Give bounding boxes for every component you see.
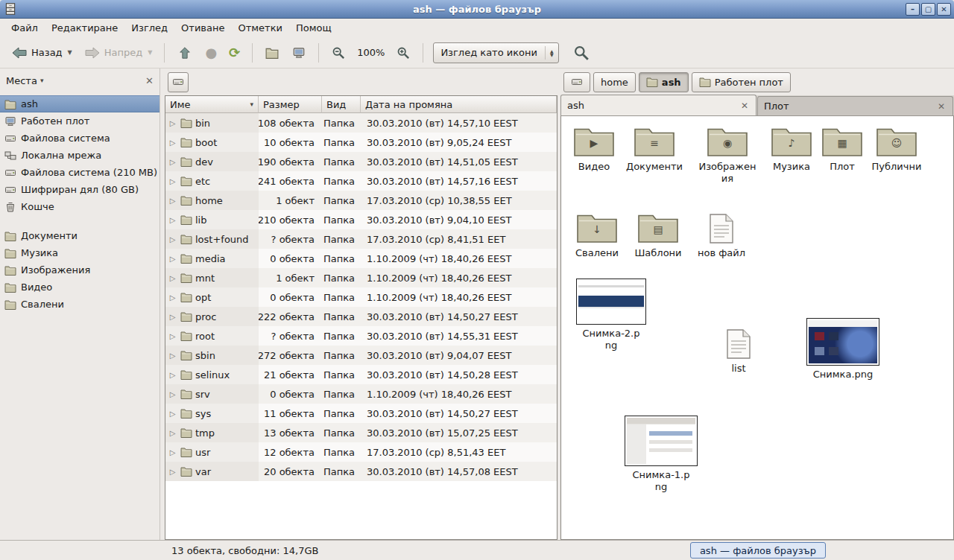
table-row[interactable]: ▷ usr 12 обекта Папка 17.03.2010 (ср) 8,… <box>165 442 557 462</box>
table-row[interactable]: ▷ proc 222 обекта Папка 30.03.2010 (вт) … <box>165 307 557 326</box>
table-row[interactable]: ▷ lib 210 обекта Папка 30.03.2010 (вт) 9… <box>165 210 557 229</box>
breadcrumb-button[interactable]: ash <box>639 72 689 92</box>
expander-icon[interactable]: ▷ <box>168 255 177 263</box>
sidebar-item[interactable]: Шифриран дял (80 GB) <box>0 181 159 198</box>
forward-button[interactable]: Напред ▼ <box>79 42 158 63</box>
sidebar-item[interactable]: Свалени <box>0 296 159 313</box>
table-row[interactable]: ▷ selinux 21 обекта Папка 30.03.2010 (вт… <box>165 365 557 384</box>
icon-view-item[interactable]: Снимка-1.png <box>624 416 698 493</box>
table-row[interactable]: ▷ root ? обекта Папка 30.03.2010 (вт) 14… <box>165 326 557 346</box>
sidebar-item[interactable]: Локална мрежа <box>0 147 159 164</box>
tab[interactable]: Плот ✕ <box>757 96 953 115</box>
expander-icon[interactable]: ▷ <box>168 429 177 437</box>
table-row[interactable]: ▷ boot 10 обекта Папка 30.03.2010 (вт) 9… <box>165 133 557 152</box>
zoom-out-button[interactable] <box>326 42 351 63</box>
expander-icon[interactable]: ▷ <box>168 293 177 302</box>
icon-view-item[interactable]: Снимка-2.png <box>574 279 648 351</box>
home-button[interactable] <box>259 42 285 63</box>
table-row[interactable]: ▷ media 0 обекта Папка 1.10.2009 (чт) 18… <box>165 249 557 268</box>
titlebar[interactable]: ash — файлов браузър – ▢ ✕ <box>0 0 954 19</box>
tab[interactable]: ash ✕ <box>560 95 756 115</box>
expander-icon[interactable]: ▷ <box>168 235 177 244</box>
table-row[interactable]: ▷ var 20 обекта Папка 30.03.2010 (вт) 14… <box>165 462 557 481</box>
minimize-button[interactable]: – <box>906 3 920 16</box>
icon-view[interactable]: ▶ Видео ≡ Документи <box>560 116 954 540</box>
expander-icon[interactable]: ▷ <box>168 448 177 456</box>
table-row[interactable]: ▷ srv 0 обекта Папка 1.10.2009 (чт) 18,4… <box>165 384 557 404</box>
menu-item[interactable]: Редактиране <box>45 20 124 36</box>
breadcrumb-button[interactable]: Работен плот <box>692 72 791 92</box>
sidebar-item[interactable]: Файлова система (210 MB) <box>0 164 159 181</box>
table-row[interactable]: ▷ home 1 обект Папка 17.03.2010 (ср) 10,… <box>165 191 557 210</box>
stop-button[interactable]: ● <box>200 42 222 63</box>
breadcrumb-button[interactable]: home <box>593 72 636 92</box>
icon-view-item[interactable]: нов файл <box>684 213 759 259</box>
expander-icon[interactable]: ▷ <box>168 371 177 379</box>
up-button[interactable] <box>171 42 198 63</box>
table-row[interactable]: ▷ etc 241 обекта Папка 30.03.2010 (вт) 1… <box>165 171 557 191</box>
expander-icon[interactable]: ▷ <box>168 177 177 185</box>
icon-view-item[interactable]: ☺ Публични <box>859 125 934 173</box>
menu-item[interactable]: Помощ <box>289 20 338 36</box>
sidebar-item[interactable]: Изображения <box>0 261 159 279</box>
icon-view-item[interactable]: ≡ Документи <box>617 125 692 173</box>
sidebar-item[interactable]: Кошче <box>0 198 159 215</box>
zoom-in-button[interactable] <box>391 42 416 63</box>
sidebar-close-icon[interactable]: ✕ <box>145 75 154 86</box>
expander-icon[interactable]: ▷ <box>168 390 177 398</box>
expander-icon[interactable]: ▷ <box>168 410 177 418</box>
icon-view-item[interactable]: list <box>701 328 776 375</box>
root-breadcrumb-button[interactable] <box>168 72 189 92</box>
chevron-down-icon[interactable]: ▾ <box>40 77 44 84</box>
table-row[interactable]: ▷ lost+found ? обекта Папка 17.03.2010 (… <box>165 229 557 249</box>
expander-icon[interactable]: ▷ <box>168 468 177 476</box>
tab-close-icon[interactable]: ✕ <box>739 101 750 111</box>
back-history-chevron-icon[interactable]: ▼ <box>68 49 72 56</box>
folder-icon <box>180 136 192 148</box>
tab-close-icon[interactable]: ✕ <box>936 101 947 112</box>
table-row[interactable]: ▷ sbin 272 обекта Папка 30.03.2010 (вт) … <box>165 346 557 365</box>
table-row[interactable]: ▷ sys 11 обекта Папка 30.03.2010 (вт) 14… <box>165 404 557 423</box>
sidebar-item[interactable]: Документи <box>0 227 159 244</box>
computer-button[interactable] <box>286 42 312 63</box>
icon-view-item[interactable]: ◉ Изображения <box>690 125 765 185</box>
expander-icon[interactable]: ▷ <box>168 119 177 127</box>
view-mode-select[interactable]: Изглед като икони ▲▼ <box>433 42 558 63</box>
sidebar-item[interactable]: Видео <box>0 279 159 296</box>
menu-item[interactable]: Изглед <box>124 20 174 36</box>
expander-icon[interactable]: ▷ <box>168 197 177 205</box>
taskbar-window-button[interactable]: ash — файлов браузър <box>690 542 826 559</box>
expander-icon[interactable]: ▷ <box>168 351 177 360</box>
column-header-size[interactable]: Размер <box>259 96 322 113</box>
menu-item[interactable]: Отиване <box>174 20 231 36</box>
column-header-name[interactable]: Име ▾ <box>165 96 259 113</box>
breadcrumb-button[interactable] <box>563 72 590 92</box>
expander-icon[interactable]: ▷ <box>168 274 177 282</box>
menu-item[interactable]: Отметки <box>231 20 288 36</box>
table-row[interactable]: ▷ mnt 1 обект Папка 1.10.2009 (чт) 18,40… <box>165 268 557 287</box>
table-row[interactable]: ▷ bin 108 обекта Папка 30.03.2010 (вт) 1… <box>165 113 557 133</box>
table-row[interactable]: ▷ tmp 13 обекта Папка 30.03.2010 (вт) 15… <box>165 423 557 442</box>
table-row[interactable]: ▷ dev 190 обекта Папка 30.03.2010 (вт) 1… <box>165 152 557 171</box>
sidebar-item[interactable]: Файлова система <box>0 130 159 147</box>
expander-icon[interactable]: ▷ <box>168 158 177 166</box>
search-button[interactable] <box>568 41 595 65</box>
sidebar-item[interactable]: ash <box>0 95 159 112</box>
sidebar-item[interactable]: Музика <box>0 244 159 261</box>
icon-view-item[interactable]: Снимка.png <box>806 318 880 381</box>
sidebar-item-label: Свалени <box>21 299 64 310</box>
column-header-type[interactable]: Вид <box>322 96 361 113</box>
column-header-date[interactable]: Дата на промяна <box>361 96 557 113</box>
expander-icon[interactable]: ▷ <box>168 139 177 147</box>
expander-icon[interactable]: ▷ <box>168 313 177 321</box>
reload-button[interactable]: ⟳ <box>224 42 245 63</box>
menu-item[interactable]: Файл <box>4 20 45 36</box>
maximize-button[interactable]: ▢ <box>921 3 935 16</box>
table-row[interactable]: ▷ opt 0 обекта Папка 1.10.2009 (чт) 18,4… <box>165 287 557 307</box>
sidebar-item[interactable]: Работен плот <box>0 112 159 130</box>
back-button[interactable]: Назад ▼ <box>6 42 78 63</box>
close-button[interactable]: ✕ <box>937 3 951 16</box>
expander-icon[interactable]: ▷ <box>168 216 177 224</box>
sidebar-title[interactable]: Места <box>6 75 37 86</box>
expander-icon[interactable]: ▷ <box>168 332 177 340</box>
